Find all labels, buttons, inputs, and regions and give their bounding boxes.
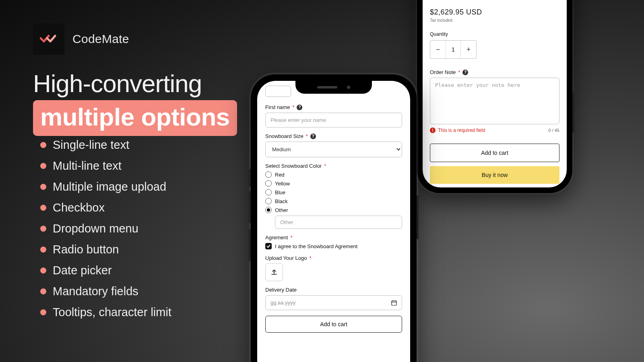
help-icon[interactable]: ? (310, 134, 316, 139)
char-count: 0 / 45 (548, 128, 559, 133)
radio-label: Other (275, 207, 288, 213)
add-to-cart-button[interactable]: Add to cart (265, 316, 402, 333)
phone-mockup-form: First name* ? Snowboard Size* ? Medium S… (251, 74, 417, 362)
phone-side-button (249, 229, 251, 261)
radio-option-other[interactable]: Other (265, 207, 402, 213)
upload-button[interactable] (265, 263, 283, 281)
add-to-cart-button[interactable]: Add to cart (430, 144, 559, 162)
list-item: Radio button (40, 243, 171, 256)
radio-option-blue[interactable]: Blue (265, 189, 402, 195)
radio-label: Black (275, 198, 288, 204)
svg-rect-0 (392, 301, 396, 305)
order-note-label: Order Note* ? (430, 69, 559, 75)
feature-label: Radio button (53, 243, 119, 256)
upload-icon (270, 269, 278, 276)
list-item: Mandatory fields (40, 285, 171, 298)
quantity-value: 1 (446, 41, 461, 58)
bullet-icon (40, 163, 46, 169)
label-text: Agrement (265, 234, 288, 241)
feature-label: Date picker (53, 264, 112, 277)
label-text: Upload Your Logo (265, 255, 307, 261)
phone-screen: First name* ? Snowboard Size* ? Medium S… (257, 81, 410, 362)
feature-label: Dropdown menu (53, 222, 138, 235)
bullet-icon (40, 142, 46, 148)
error-icon: ! (430, 128, 436, 133)
order-note-input[interactable] (430, 78, 559, 124)
bullet-icon (40, 267, 46, 274)
headline-line-1: High-converting (33, 69, 237, 98)
headline: High-converting multiple options (33, 69, 237, 136)
cutoff-field (265, 86, 291, 97)
error-text: This is a required field (438, 128, 485, 133)
phone-side-button (572, 93, 574, 133)
agreement-checkbox-row[interactable]: I agree to the Snowboard Agrement (265, 243, 402, 249)
list-item: Multiple image upload (40, 180, 171, 193)
price: $2,629.95 USD (430, 8, 559, 16)
phone-side-button (249, 169, 251, 187)
error-message: ! This is a required field (430, 128, 485, 133)
radio-icon (265, 198, 272, 204)
radio-label: Blue (275, 189, 285, 195)
feature-label: Tooltips, character limit (53, 306, 171, 319)
bullet-icon (40, 309, 46, 315)
bullet-icon (40, 205, 46, 211)
buy-now-button[interactable]: Buy it now (430, 166, 559, 184)
label-text: Delivery Date (265, 287, 297, 293)
radio-option-yellow[interactable]: Yellow (265, 180, 402, 187)
phone-notch (295, 81, 372, 94)
first-name-input[interactable] (265, 113, 402, 128)
feature-label: Multi-line text (53, 159, 122, 173)
size-label: Snowboard Size* ? (265, 133, 402, 139)
bullet-icon (40, 226, 46, 232)
list-item: Multi-line text (40, 159, 171, 173)
phone-mockup-checkout: $2,629.95 USD Tax included. Quantity − 1… (417, 0, 572, 193)
bullet-icon (40, 247, 46, 253)
quantity-decrease-button[interactable]: − (430, 41, 446, 58)
list-item: Tooltips, character limit (40, 306, 171, 319)
bullet-icon (40, 184, 46, 190)
delivery-date-label: Delivery Date (265, 287, 402, 293)
quantity-label: Quantity (430, 31, 559, 37)
color-label: Select Snowboard Color* (265, 163, 402, 169)
list-item: Single-line text (40, 138, 171, 152)
help-icon[interactable]: ? (297, 105, 302, 110)
calendar-icon (391, 300, 397, 306)
feature-label: Single-line text (53, 138, 129, 152)
date-placeholder: gg.aa.yyyy (270, 300, 295, 306)
phone-screen: $2,629.95 USD Tax included. Quantity − 1… (423, 0, 567, 187)
tax-note: Tax included. (430, 18, 559, 23)
label-text: First name (265, 104, 290, 110)
quantity-stepper[interactable]: − 1 + (430, 40, 477, 59)
help-icon[interactable]: ? (462, 70, 468, 75)
size-select[interactable]: Medium (265, 142, 402, 157)
checkbox-label: I agree to the Snowboard Agrement (275, 243, 357, 249)
checkbox-icon (265, 243, 272, 249)
radio-label: Red (275, 172, 285, 178)
feature-label: Mandatory fields (53, 285, 138, 298)
brand-name: CodeMate (72, 32, 129, 46)
radio-icon (265, 180, 272, 187)
label-text: Snowboard Size (265, 133, 303, 139)
radio-option-red[interactable]: Red (265, 171, 402, 178)
upload-label: Upload Your Logo* (265, 255, 402, 261)
list-item: Checkbox (40, 201, 171, 214)
first-name-label: First name* ? (265, 104, 402, 110)
brand: CodeMate (33, 23, 129, 55)
headline-highlight: multiple options (33, 100, 237, 136)
radio-option-black[interactable]: Black (265, 198, 402, 204)
agreement-label: Agrement* (265, 234, 402, 241)
feature-list: Single-line text Multi-line text Multipl… (40, 138, 171, 327)
headline-line-2: multiple options (40, 103, 230, 131)
logo-icon (33, 23, 64, 55)
bullet-icon (40, 288, 46, 294)
radio-icon (265, 207, 272, 213)
radio-icon (265, 189, 272, 195)
label-text: Order Note (430, 69, 456, 75)
other-color-input[interactable] (275, 216, 402, 229)
quantity-increase-button[interactable]: + (461, 41, 476, 58)
label-text: Select Snowboard Color (265, 163, 322, 169)
radio-icon (265, 171, 272, 178)
feature-label: Multiple image upload (53, 180, 166, 193)
radio-label: Yellow (275, 181, 290, 187)
delivery-date-input[interactable]: gg.aa.yyyy (265, 295, 402, 310)
